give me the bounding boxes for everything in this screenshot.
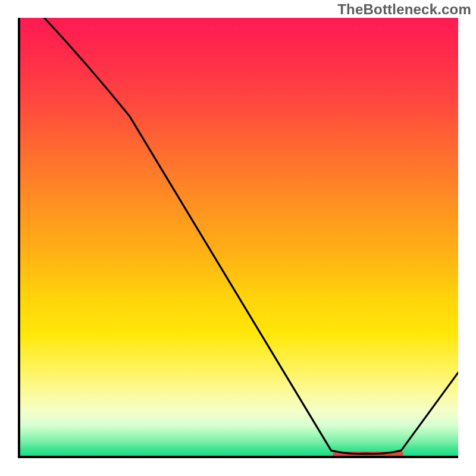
- curve-path: [44, 18, 458, 454]
- plot-area: [18, 18, 458, 458]
- chart-frame: TheBottleneck.com: [0, 0, 476, 476]
- watermark-text: TheBottleneck.com: [337, 1, 471, 18]
- bottleneck-curve: [20, 18, 458, 456]
